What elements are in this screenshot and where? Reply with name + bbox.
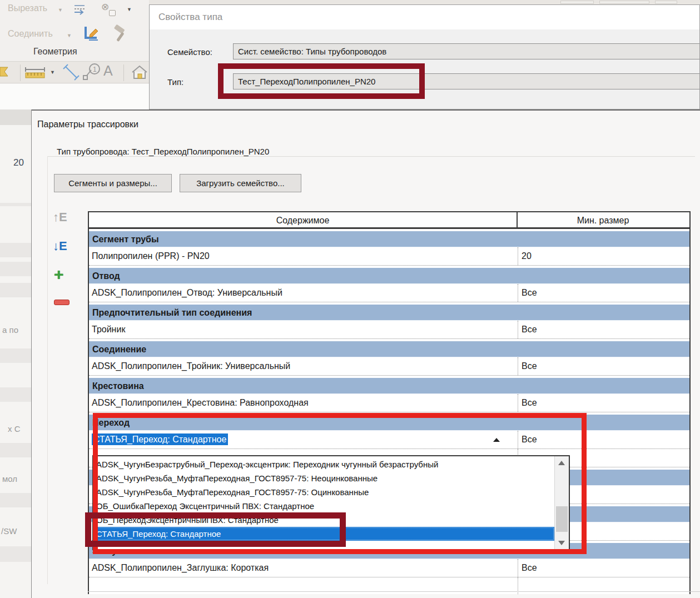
split-element-icon[interactable] — [72, 2, 95, 20]
ribbon-lower-blank — [0, 84, 149, 109]
category-row-cross: Крестовина — [89, 378, 689, 394]
column-header-min-size: Мин. размер — [518, 212, 688, 227]
text-tool-icon[interactable]: A — [103, 63, 113, 79]
category-row-pipe-segment: Сегмент трубы — [89, 231, 689, 247]
quick-toolbar: ▼ 1 A — [0, 61, 149, 83]
dropdown-item[interactable]: ADSK_ЧугунРезьба_МуфтаПереходная_ГОСТ895… — [93, 485, 554, 499]
demolish-hammer-icon[interactable] — [111, 24, 130, 43]
background-label-xc: х С — [8, 424, 21, 433]
pipe-type-group-label: Тип трубопровода: Тест_ПереходПолипропил… — [53, 147, 273, 156]
segments-sizes-button[interactable]: Сегменты и размеры... — [54, 174, 172, 192]
category-row-transition: Переход — [89, 415, 689, 431]
category-row-preferred-junction: Предпочтительный тип соединения — [89, 305, 689, 321]
scrollbar-thumb[interactable] — [556, 506, 568, 532]
table-header: Содержимое Мин. размер — [89, 212, 689, 229]
home-view-icon[interactable] — [130, 63, 149, 81]
table-row[interactable]: ADSK_Полипропилен_Отвод: Универсальный В… — [89, 284, 689, 302]
routing-dialog-title: Параметры трассировки — [37, 119, 138, 129]
table-row[interactable]: ADSK_Полипропилен_Тройник: Универсальный… — [89, 357, 689, 376]
groupbox-top-line — [47, 156, 695, 157]
transition-dropdown-list: ADSK_ЧугунБезраструбный_Переход-эксцентр… — [92, 455, 570, 550]
table-row[interactable]: Полипропилен (PPR) - PN20 20 — [89, 247, 689, 266]
table-row[interactable]: ADSK_Полипропилен_Заглушка: Короткая Все — [89, 559, 689, 577]
background-label-20: 20 — [13, 157, 24, 168]
combo-selected-text[interactable]: СТАТЬЯ_Переход: Стандартное — [92, 433, 228, 445]
table-row[interactable]: Тройник Все — [89, 321, 689, 339]
background-label-mol: мол — [2, 474, 17, 484]
dropdown-item[interactable]: ADSK_ЧугунБезраструбный_Переход-эксцентр… — [93, 457, 554, 471]
combo-collapse-caret[interactable] — [493, 438, 500, 442]
background-label-apo: а по — [2, 325, 18, 335]
category-row-junction: Соединение — [89, 341, 689, 357]
category-row-elbow: Отвод — [89, 268, 689, 284]
dropdown-item[interactable]: ADSK_ЧугунРезьба_МуфтаПереходная_ГОСТ895… — [93, 471, 554, 485]
table-row[interactable]: ADSK_Полипропилен_Крестовина: Равнопрохо… — [89, 394, 689, 412]
type-properties-titlebar[interactable]: Свойства типа — [150, 5, 700, 29]
geometry-panel-label: Геометрия — [33, 47, 77, 57]
ribbon-area: Вырезать ▼ ⊗ ▼ Соединить ▼ Геометрия ▼ — [0, 0, 149, 109]
column-header-content: Содержимое — [89, 212, 518, 227]
partial-tool-icon — [0, 65, 11, 81]
family-combobox[interactable]: Сист. семейство: Типы трубопроводов — [233, 43, 700, 59]
type-properties-title: Свойства типа — [158, 12, 222, 23]
cut-button[interactable]: Вырезать — [8, 3, 47, 13]
cut-dropdown-caret[interactable]: ▼ — [58, 7, 63, 13]
join-dropdown-caret[interactable]: ▼ — [67, 33, 72, 38]
routing-preferences-dialog: Параметры трассировки Тип трубопровода: … — [32, 109, 700, 598]
scroll-up-arrow[interactable] — [555, 456, 569, 469]
background-palette-strip: 20 а по х С мол /SW — [0, 109, 32, 598]
family-label: Семейство: — [167, 47, 212, 57]
measure-icon[interactable] — [24, 66, 47, 79]
move-down-icon[interactable]: ↓E — [53, 238, 67, 254]
type-properties-dialog: Свойства типа Семейство: Сист. семейство… — [149, 4, 700, 109]
dropdown-item-selected[interactable]: СТАТЬЯ_Переход: Стандартное — [93, 527, 554, 541]
join-button[interactable]: Соединить — [8, 29, 53, 39]
groupbox-left-line — [47, 156, 48, 584]
dropdown-item[interactable]: ОБ_ОшибкаПереход Эксцентричный ПВХ: Стан… — [93, 499, 554, 513]
unjoin-icon[interactable]: ⊗ — [101, 1, 109, 13]
load-family-button[interactable]: Загрузить семейство... — [180, 174, 301, 192]
edit-profile-icon[interactable] — [82, 24, 101, 43]
measure-dropdown-caret[interactable]: ▼ — [50, 69, 55, 75]
transition-combo-row[interactable]: СТАТЬЯ_Переход: Стандартное Все — [89, 431, 689, 449]
element-box-icon — [109, 10, 116, 16]
unjoin-dropdown-caret[interactable]: ▼ — [127, 7, 132, 12]
remove-row-icon[interactable] — [54, 300, 69, 305]
add-row-icon[interactable]: + — [54, 265, 64, 284]
dropdown-scrollbar[interactable] — [554, 456, 569, 549]
svg-text:1: 1 — [93, 66, 97, 73]
aligned-dimension-icon[interactable] — [62, 63, 81, 81]
table-bottom-line — [88, 591, 700, 592]
ribbon-top-sliver — [149, 0, 700, 4]
tag-icon[interactable]: 1 — [82, 63, 101, 81]
type-combobox[interactable]: Тест_ПереходПолипропилен_PN20 — [233, 73, 700, 89]
background-label-sw: /SW — [1, 526, 17, 536]
type-label: Тип: — [167, 77, 183, 87]
move-up-icon[interactable]: ↑E — [53, 210, 67, 225]
dropdown-item[interactable]: ОБ_ПереходЭксцентричныйПВХ: Стандартное — [93, 513, 554, 527]
scroll-down-arrow[interactable] — [555, 536, 569, 549]
